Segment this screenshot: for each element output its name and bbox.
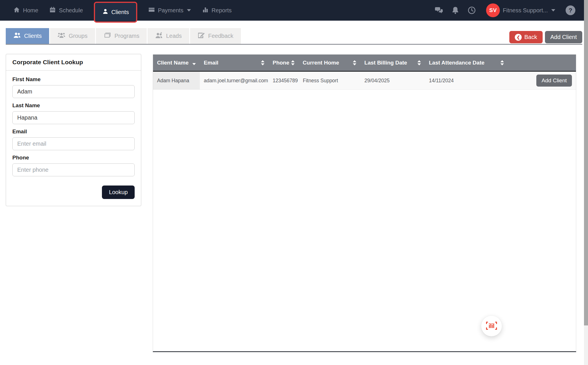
last-name-label: Last Name: [12, 102, 135, 109]
back-button[interactable]: ❮ Back: [509, 31, 542, 43]
main-nav: Home Schedule Clients Payments Reports: [13, 0, 232, 21]
first-name-field[interactable]: [12, 85, 135, 98]
person-icon: [102, 8, 109, 16]
column-header-phone[interactable]: Phone: [268, 54, 299, 71]
lookup-form: First Name Last Name Email Phone Lookup: [6, 71, 141, 206]
corporate-client-lookup-card: Corporate Client Lookup First Name Last …: [6, 54, 141, 206]
sort-icon: [417, 60, 421, 65]
nav-item-schedule[interactable]: Schedule: [49, 6, 83, 15]
table-header-row: Client Name Email Phone Current Home Las…: [153, 54, 576, 72]
cell-phone: 123456789: [269, 72, 299, 89]
nav-item-label: Schedule: [59, 7, 83, 14]
cell-client-name: Adam Hapana: [153, 72, 200, 89]
nav-item-label: Reports: [212, 7, 232, 14]
app-root: Home Schedule Clients Payments Reports: [0, 0, 588, 365]
chevron-down-icon: [187, 9, 191, 11]
user-name-label: Fitness Support...: [503, 7, 548, 14]
tab-label: Leads: [166, 33, 182, 39]
tab-label: Groups: [69, 33, 88, 39]
group-icon: [57, 32, 65, 40]
sort-desc-icon: [192, 63, 196, 65]
column-header-last-attendance-date[interactable]: Last Attendance Date: [425, 54, 508, 71]
clients-table: Client Name Email Phone Current Home Las…: [153, 54, 576, 352]
tabs: Clients Groups Programs Leads Feedback: [6, 28, 241, 44]
navbar-actions: SV Fitness Support... ?: [434, 3, 575, 17]
add-client-button[interactable]: Add Client: [545, 31, 582, 43]
credit-card-icon: [148, 6, 155, 15]
edit-note-icon: [198, 32, 205, 40]
calendar-icon: [49, 6, 56, 15]
tab-feedback[interactable]: Feedback: [190, 28, 241, 44]
column-header-actions: [508, 54, 576, 71]
window-stack-icon: [103, 32, 111, 40]
card-title: Corporate Client Lookup: [6, 54, 141, 71]
cell-email: adam.joel.turner@gmail.com: [200, 72, 269, 89]
person-plus-icon: [155, 32, 163, 40]
tab-label: Feedback: [208, 33, 233, 39]
cell-last-attendance-date: 14/11/2024: [425, 72, 508, 89]
tab-label: Programs: [115, 33, 140, 39]
column-header-last-billing-date[interactable]: Last Billing Date: [360, 54, 425, 71]
first-name-label: First Name: [12, 76, 135, 83]
cell-actions: Add Client: [508, 72, 576, 89]
user-menu[interactable]: SV Fitness Support...: [484, 3, 557, 17]
tab-programs[interactable]: Programs: [96, 28, 147, 44]
chevron-down-icon: [551, 9, 555, 11]
nav-item-payments[interactable]: Payments: [148, 6, 191, 15]
help-icon[interactable]: ?: [566, 5, 575, 15]
email-label: Email: [12, 128, 135, 135]
nav-item-clients[interactable]: Clients: [94, 2, 137, 23]
clock-icon[interactable]: [468, 6, 476, 14]
nav-item-label: Home: [23, 7, 38, 14]
row-add-client-button[interactable]: Add Client: [536, 75, 572, 87]
people-icon: [13, 32, 21, 40]
tab-label: Clients: [24, 33, 42, 39]
tab-leads[interactable]: Leads: [148, 28, 189, 44]
tab-strip: Clients Groups Programs Leads Feedback ❮: [6, 28, 582, 45]
sort-icon: [291, 60, 295, 65]
scrollbar-track[interactable]: [584, 0, 588, 365]
page-toolbar: ❮ Back Add Client: [509, 31, 582, 43]
sort-icon: [353, 60, 356, 65]
chat-icon[interactable]: [434, 7, 443, 14]
barcode-scan-fab[interactable]: [481, 316, 502, 336]
cell-last-billing-date: 29/04/2025: [360, 72, 425, 89]
nav-item-label: Clients: [111, 9, 129, 15]
barcode-scan-icon: [486, 321, 498, 331]
last-name-field[interactable]: [12, 111, 135, 124]
nav-item-home[interactable]: Home: [13, 6, 38, 15]
phone-field[interactable]: [12, 163, 135, 176]
bell-icon[interactable]: [452, 6, 459, 14]
cell-current-home: Fitness Support: [299, 72, 361, 89]
table-row: Adam Hapana adam.joel.turner@gmail.com 1…: [153, 72, 576, 90]
back-button-label: Back: [524, 34, 537, 40]
column-header-client-name[interactable]: Client Name: [153, 54, 200, 71]
bar-chart-icon: [202, 6, 209, 15]
sort-icon: [261, 60, 264, 65]
lookup-button[interactable]: Lookup: [102, 186, 135, 199]
column-header-current-home[interactable]: Current Home: [299, 54, 360, 71]
tab-groups[interactable]: Groups: [50, 28, 95, 44]
email-field[interactable]: [12, 137, 135, 150]
nav-item-reports[interactable]: Reports: [202, 6, 232, 15]
avatar: SV: [486, 3, 500, 17]
top-navbar: Home Schedule Clients Payments Reports: [0, 0, 588, 21]
nav-item-label: Payments: [158, 7, 183, 14]
tab-clients[interactable]: Clients: [6, 28, 49, 44]
chevron-left-circle-icon: ❮: [515, 34, 522, 41]
phone-label: Phone: [12, 155, 135, 161]
home-icon: [13, 6, 20, 15]
sort-icon: [500, 60, 504, 65]
column-header-email[interactable]: Email: [200, 54, 269, 71]
scrollbar-thumb[interactable]: [584, 0, 588, 325]
card-actions: Lookup: [12, 186, 135, 199]
